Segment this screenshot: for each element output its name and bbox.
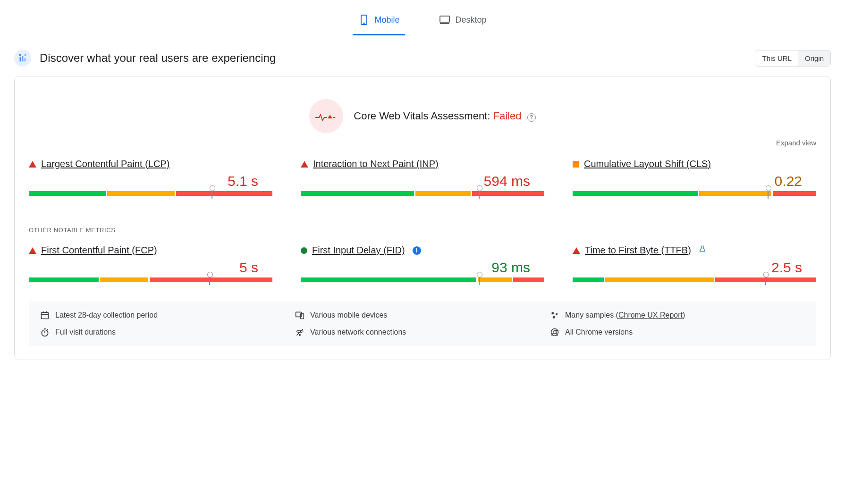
metric-value: 93 ms [301,260,544,276]
metric-fid: First Input Delay (FID) i 93 ms [301,245,544,282]
assessment-row: Core Web Vitals Assessment: Failed ? [29,99,816,133]
metric-name-link[interactable]: Cumulative Layout Shift (CLS) [584,159,711,169]
svg-point-19 [556,313,558,315]
info-samples-prefix: Many samples ( [565,311,618,319]
distribution-bar [301,277,544,282]
network-icon [295,328,304,337]
svg-point-5 [24,54,26,56]
distribution-bar [573,277,816,282]
toggle-this-url[interactable]: This URL [755,50,798,66]
other-metrics-label: OTHER NOTABLE METRICS [29,227,816,234]
metric-lcp: Largest Contentful Paint (LCP) 5.1 s [29,159,272,196]
tab-mobile[interactable]: Mobile [353,9,405,35]
marker-icon [211,188,212,199]
svg-rect-12 [42,312,49,319]
page-title: Discover what your real users are experi… [40,51,276,65]
info-devices: Various mobile devices [310,311,387,319]
distribution-bar [29,191,272,196]
info-samples-suffix: ) [683,311,685,319]
triangle-red-icon [301,161,308,168]
svg-marker-9 [328,115,332,118]
info-icon[interactable]: i [413,246,421,255]
toggle-origin[interactable]: Origin [798,50,830,66]
metric-name-link[interactable]: Time to First Byte (TTFB) [585,245,691,256]
metric-value: 0.22 [573,173,816,189]
triangle-red-icon [29,161,36,168]
samples-icon [550,311,559,320]
expand-view-link[interactable]: Expand view [776,139,816,147]
metric-ttfb: Time to First Byte (TTFB) 2.5 s [573,245,816,282]
desktop-icon [439,14,450,25]
svg-rect-8 [25,58,26,61]
header: Discover what your real users are experi… [14,50,831,67]
marker-icon [479,188,480,199]
assessment-status: Failed [493,110,521,122]
triangle-red-icon [29,247,36,254]
svg-point-25 [299,335,301,336]
svg-line-24 [47,329,48,330]
distribution-bar [301,191,544,196]
crux-report-link[interactable]: Chrome UX Report [618,311,683,319]
marker-icon [479,275,480,285]
metric-name-link[interactable]: First Contentful Paint (FCP) [41,245,157,256]
metric-value: 5 s [29,260,272,276]
collection-info: Latest 28-day collection period Various … [29,301,816,346]
metric-name-link[interactable]: Largest Contentful Paint (LCP) [41,159,169,169]
metric-value: 2.5 s [573,260,816,276]
help-icon[interactable]: ? [527,113,536,122]
distribution-bar [573,191,816,196]
svg-point-4 [19,54,21,56]
mobile-icon [358,14,370,25]
marker-icon [209,275,210,285]
other-metrics: First Contentful Paint (FCP) 5 s First I… [29,245,816,282]
assessment-label: Core Web Vitals Assessment: [354,110,490,122]
devices-icon [295,311,304,320]
metric-cls: Cumulative Layout Shift (CLS) 0.22 [573,159,816,196]
distribution-bar [29,277,272,282]
tab-label: Desktop [455,15,486,25]
svg-point-18 [551,312,554,314]
svg-rect-2 [440,16,449,22]
circle-green-icon [301,247,307,254]
scope-toggle: This URL Origin [755,50,831,67]
core-metrics: Largest Contentful Paint (LCP) 5.1 s Int… [29,159,816,196]
marker-icon [765,275,766,285]
vitals-status-icon [309,99,343,133]
device-tabs: Mobile Desktop [14,9,831,35]
square-amber-icon [573,161,579,168]
info-connections: Various network connections [310,328,406,336]
info-period: Latest 28-day collection period [55,311,158,319]
marker-icon [768,188,769,199]
calendar-icon [40,311,50,320]
field-data-card: Core Web Vitals Assessment: Failed ? Exp… [14,76,831,360]
metric-fcp: First Contentful Paint (FCP) 5 s [29,245,272,282]
info-versions: All Chrome versions [565,328,633,336]
metric-value: 594 ms [301,173,544,189]
tab-label: Mobile [374,15,399,25]
metric-name-link[interactable]: Interaction to Next Paint (INP) [313,159,439,169]
svg-point-20 [553,316,555,319]
crux-icon [14,50,31,67]
metric-value: 5.1 s [29,173,272,189]
stopwatch-icon [40,328,50,337]
flask-icon[interactable] [699,245,706,256]
svg-rect-7 [22,56,24,61]
metric-inp: Interaction to Next Paint (INP) 594 ms [301,159,544,196]
info-durations: Full visit durations [55,328,116,336]
chrome-icon [550,328,559,337]
tab-desktop[interactable]: Desktop [433,9,492,35]
triangle-red-icon [573,247,580,254]
svg-rect-6 [20,57,21,61]
metric-name-link[interactable]: First Input Delay (FID) [312,245,405,256]
